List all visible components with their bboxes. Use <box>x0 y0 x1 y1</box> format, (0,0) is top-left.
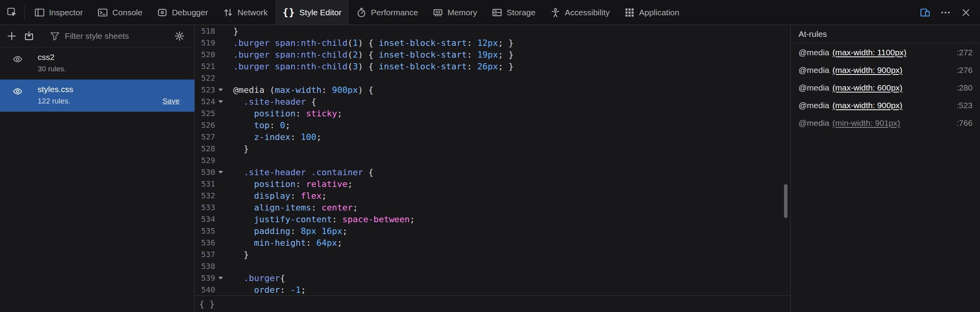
code-line[interactable]: 525 position: sticky; <box>195 107 790 119</box>
code-text: .burger span:nth-child(2) { inset-block-… <box>233 50 514 60</box>
close-devtools-button[interactable] <box>956 0 976 25</box>
stylesheet-item-styles.css[interactable]: styles.css122 rules.Save <box>0 80 194 112</box>
toolbar-spacer <box>687 0 915 25</box>
code-line[interactable]: 529 <box>195 154 790 166</box>
code-line[interactable]: 538 <box>195 260 790 272</box>
debugger-icon <box>157 7 167 18</box>
tab-label: Console <box>112 8 142 17</box>
code-line[interactable]: 534 justify-content: space-between; <box>195 213 790 225</box>
stylesheet-name: css2 <box>38 53 194 62</box>
code-line[interactable]: 536 min-height: 64px; <box>195 237 790 249</box>
fold-toggle-icon[interactable] <box>215 171 226 174</box>
stylesheet-item-css2[interactable]: css230 rules. <box>0 47 194 80</box>
line-number: 526 <box>195 120 215 130</box>
at-rule-condition-link[interactable]: (max-width: 900px) <box>833 101 903 110</box>
toolbar-divider <box>24 5 25 20</box>
tab-storage[interactable]: Storage <box>485 0 543 25</box>
fold-toggle-icon[interactable] <box>215 100 226 103</box>
code-line[interactable]: 524 .site-header { <box>195 96 790 107</box>
at-rule-item[interactable]: @media(max-width: 1100px):272 <box>791 44 980 61</box>
code-line[interactable]: 522 <box>195 72 790 84</box>
filter-stylesheets-input[interactable] <box>65 31 171 41</box>
css-source-editor: 518}519.burger span:nth-child(1) { inset… <box>195 25 790 312</box>
tab-style-editor[interactable]: {}Style Editor <box>275 0 349 25</box>
code-line[interactable]: 539 .burger{ <box>195 272 790 284</box>
tab-memory[interactable]: Memory <box>425 0 485 25</box>
code-line[interactable]: 526 top: 0; <box>195 119 790 131</box>
tab-label: Accessibility <box>565 8 610 17</box>
at-rule-condition-link[interactable]: (min-width: 901px) <box>833 118 900 128</box>
save-stylesheet-link[interactable]: Save <box>163 97 180 105</box>
tab-inspector[interactable]: Inspector <box>27 0 90 25</box>
media-sidebar-toggle[interactable]: { } <box>199 299 215 309</box>
at-rule-item[interactable]: @media(min-width: 901px):766 <box>791 114 980 132</box>
code-editor[interactable]: 518}519.burger span:nth-child(1) { inset… <box>195 25 790 296</box>
accessibility-icon <box>550 7 561 18</box>
tab-network[interactable]: Network <box>216 0 275 25</box>
stylesheet-name: styles.css <box>38 85 194 94</box>
style-editor-options-button[interactable] <box>171 27 188 45</box>
at-rule-line-ref: :276 <box>956 65 973 75</box>
code-line[interactable]: 532 display: flex; <box>195 190 790 201</box>
code-text: z-index: 100; <box>233 132 321 142</box>
code-text: display: flex; <box>233 191 327 201</box>
at-rule-item[interactable]: @media(max-width: 600px):280 <box>791 79 980 96</box>
code-line[interactable]: 523@media (max-width: 900px) { <box>195 84 790 96</box>
eye-icon <box>11 54 24 64</box>
code-line[interactable]: 520.burger span:nth-child(2) { inset-blo… <box>195 49 790 60</box>
code-line[interactable]: 519.burger span:nth-child(1) { inset-blo… <box>195 37 790 49</box>
code-line[interactable]: 528 } <box>195 143 790 154</box>
fold-toggle-icon[interactable] <box>215 277 226 279</box>
code-line[interactable]: 530 .site-header .container { <box>195 166 790 178</box>
at-rule-prefix: @media <box>799 101 829 110</box>
options-gear-icon <box>174 31 185 41</box>
tab-console[interactable]: Console <box>90 0 150 25</box>
tab-accessibility[interactable]: Accessibility <box>543 0 617 25</box>
more-tools-button[interactable] <box>935 0 956 25</box>
code-line[interactable]: 531 position: relative; <box>195 178 790 190</box>
at-rule-item[interactable]: @media(max-width: 900px):276 <box>791 61 980 79</box>
code-line[interactable]: 540 order: -1; <box>195 284 790 296</box>
code-line[interactable]: 537 } <box>195 249 790 260</box>
code-text: } <box>233 250 249 259</box>
add-stylesheet-button[interactable] <box>3 27 20 45</box>
code-text: align-items: center; <box>233 203 358 212</box>
at-rule-condition-link[interactable]: (max-width: 1100px) <box>833 48 907 57</box>
code-line[interactable]: 527 z-index: 100; <box>195 131 790 143</box>
at-rule-item[interactable]: @media(max-width: 900px):523 <box>791 96 980 114</box>
tab-label: Style Editor <box>299 8 341 17</box>
memory-icon <box>433 7 443 18</box>
tab-label: Inspector <box>49 8 83 17</box>
at-rule-condition-link[interactable]: (max-width: 900px) <box>833 65 903 75</box>
toggle-visibility-button[interactable] <box>11 85 24 105</box>
stylesheet-list: css230 rules.styles.css122 rules.Save <box>0 47 194 112</box>
toggle-visibility-button[interactable] <box>11 53 24 73</box>
pick-element-button[interactable] <box>2 0 22 25</box>
line-number: 521 <box>195 62 215 71</box>
import-stylesheet-button[interactable] <box>20 27 38 45</box>
application-icon <box>624 7 635 18</box>
tab-label: Performance <box>371 8 418 17</box>
tab-debugger[interactable]: Debugger <box>150 0 215 25</box>
editor-scrollbar-thumb[interactable] <box>784 184 788 218</box>
code-line[interactable]: 518} <box>195 25 790 37</box>
more-options-icon <box>940 7 951 18</box>
filter-icon-slot <box>50 31 60 41</box>
code-text: min-height: 64px; <box>233 238 342 248</box>
code-line[interactable]: 521.burger span:nth-child(3) { inset-blo… <box>195 60 790 72</box>
responsive-design-mode-icon <box>920 7 930 18</box>
line-number: 534 <box>195 214 215 224</box>
stylesheet-rule-count: 30 rules. <box>38 65 66 73</box>
code-text: .burger span:nth-child(1) { inset-block-… <box>233 38 514 48</box>
fold-toggle-icon[interactable] <box>215 89 226 91</box>
at-rule-condition-link[interactable]: (max-width: 600px) <box>833 83 903 93</box>
code-lines: 518}519.burger span:nth-child(1) { inset… <box>195 25 790 296</box>
responsive-design-mode-button[interactable] <box>915 0 935 25</box>
line-number: 538 <box>195 261 215 271</box>
tab-performance[interactable]: Performance <box>349 0 425 25</box>
code-line[interactable]: 535 padding: 8px 16px; <box>195 225 790 237</box>
tab-label: Memory <box>447 8 477 17</box>
tab-application[interactable]: Application <box>617 0 687 25</box>
line-number: 523 <box>195 85 215 94</box>
code-line[interactable]: 533 align-items: center; <box>195 201 790 213</box>
